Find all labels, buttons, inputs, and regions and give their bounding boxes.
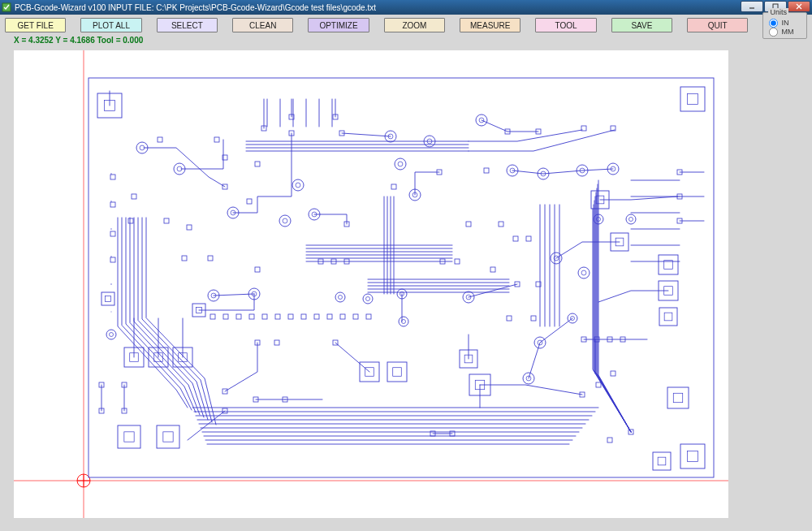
svg-rect-18 bbox=[687, 93, 698, 104]
units-in-radio[interactable] bbox=[769, 18, 778, 27]
svg-rect-23 bbox=[653, 452, 671, 470]
svg-rect-13 bbox=[118, 425, 140, 448]
svg-rect-63 bbox=[340, 314, 345, 319]
svg-rect-97 bbox=[110, 231, 115, 236]
svg-rect-114 bbox=[274, 340, 279, 345]
svg-rect-82 bbox=[391, 184, 396, 189]
svg-rect-15 bbox=[157, 425, 179, 448]
units-in-label: IN bbox=[781, 19, 788, 28]
svg-rect-94 bbox=[132, 194, 136, 199]
svg-rect-16 bbox=[163, 432, 173, 442]
svg-point-173 bbox=[578, 267, 590, 278]
svg-rect-91 bbox=[182, 256, 187, 261]
svg-rect-106 bbox=[490, 267, 495, 272]
svg-rect-57 bbox=[262, 314, 267, 319]
measure-button[interactable]: MEASURE bbox=[460, 18, 520, 32]
svg-rect-56 bbox=[249, 314, 254, 319]
svg-rect-117 bbox=[596, 382, 601, 387]
svg-point-192 bbox=[365, 296, 369, 300]
svg-point-188 bbox=[628, 217, 633, 221]
svg-rect-59 bbox=[288, 314, 293, 319]
svg-rect-103 bbox=[255, 267, 260, 272]
svg-rect-19 bbox=[680, 444, 705, 468]
svg-point-184 bbox=[109, 332, 113, 336]
svg-rect-107 bbox=[513, 236, 518, 241]
svg-point-149 bbox=[395, 158, 406, 170]
toolbar: GET FILE PLOT ALL SELECT CLEAN OPTIMIZE … bbox=[0, 15, 812, 34]
svg-point-141 bbox=[279, 215, 291, 227]
select-button[interactable]: SELECT bbox=[157, 18, 218, 32]
minimize-button[interactable] bbox=[741, 1, 763, 12]
svg-rect-84 bbox=[484, 168, 489, 173]
svg-rect-62 bbox=[327, 314, 332, 319]
svg-rect-42 bbox=[393, 368, 402, 377]
status-line: X = 4.3252 Y = 4.1686 Tool = 0.000 bbox=[0, 34, 812, 47]
clean-button[interactable]: CLEAN bbox=[232, 18, 293, 32]
svg-rect-111 bbox=[507, 316, 512, 321]
svg-rect-30 bbox=[664, 313, 672, 321]
titlebar: PCB-Gcode-Wizard v100 INPUT FILE: C:\PK … bbox=[0, 0, 812, 15]
svg-point-187 bbox=[626, 214, 636, 224]
units-mm-row[interactable]: MM bbox=[768, 28, 801, 37]
svg-rect-95 bbox=[110, 175, 115, 179]
svg-point-145 bbox=[292, 179, 304, 191]
svg-rect-118 bbox=[611, 371, 615, 376]
zoom-button[interactable]: ZOOM bbox=[384, 18, 445, 32]
units-mm-radio[interactable] bbox=[769, 27, 778, 36]
plot-canvas[interactable] bbox=[14, 50, 728, 518]
tool-button[interactable]: TOOL bbox=[535, 18, 596, 32]
units-mm-label: MM bbox=[781, 28, 793, 37]
svg-rect-58 bbox=[275, 314, 280, 319]
svg-rect-22 bbox=[673, 393, 682, 402]
svg-rect-41 bbox=[387, 362, 407, 382]
svg-rect-10 bbox=[89, 78, 714, 477]
close-button[interactable] bbox=[788, 1, 810, 12]
svg-point-191 bbox=[363, 294, 373, 304]
save-button[interactable]: SAVE bbox=[611, 18, 672, 32]
units-legend: Units bbox=[768, 8, 788, 16]
svg-point-174 bbox=[581, 270, 586, 275]
svg-point-190 bbox=[338, 295, 342, 299]
title-text: PCB-Gcode-Wizard v100 INPUT FILE: C:\PK … bbox=[15, 3, 740, 12]
svg-rect-123 bbox=[607, 438, 612, 442]
svg-point-189 bbox=[335, 292, 345, 302]
svg-rect-90 bbox=[187, 225, 192, 230]
svg-rect-133 bbox=[466, 222, 471, 227]
get-file-button[interactable]: GET FILE bbox=[5, 18, 66, 32]
units-group: Units IN MM bbox=[762, 12, 807, 39]
svg-rect-71 bbox=[214, 137, 219, 142]
svg-rect-54 bbox=[223, 314, 228, 319]
svg-rect-64 bbox=[353, 314, 358, 319]
plot-all-button[interactable]: PLOT ALL bbox=[80, 18, 141, 32]
svg-rect-98 bbox=[110, 257, 115, 262]
svg-rect-134 bbox=[499, 222, 503, 227]
svg-rect-108 bbox=[526, 236, 531, 241]
svg-point-183 bbox=[106, 330, 116, 339]
svg-rect-61 bbox=[314, 314, 319, 319]
svg-rect-70 bbox=[158, 137, 162, 142]
svg-rect-112 bbox=[531, 316, 536, 321]
svg-rect-53 bbox=[210, 314, 215, 319]
units-in-row[interactable]: IN bbox=[768, 19, 801, 28]
optimize-button[interactable]: OPTIMIZE bbox=[308, 18, 369, 32]
svg-rect-24 bbox=[658, 457, 666, 465]
svg-rect-21 bbox=[667, 387, 689, 408]
app-icon bbox=[2, 2, 11, 12]
svg-point-146 bbox=[296, 183, 300, 188]
svg-rect-49 bbox=[102, 292, 114, 305]
svg-rect-105 bbox=[455, 259, 460, 264]
quit-button[interactable]: QUIT bbox=[687, 18, 748, 32]
svg-rect-60 bbox=[301, 314, 306, 319]
svg-rect-80 bbox=[247, 199, 252, 204]
svg-rect-20 bbox=[687, 451, 698, 461]
svg-rect-29 bbox=[659, 308, 677, 326]
svg-rect-25 bbox=[659, 255, 678, 274]
svg-point-181 bbox=[399, 317, 408, 326]
svg-rect-65 bbox=[366, 314, 371, 319]
svg-rect-17 bbox=[680, 87, 705, 111]
svg-point-150 bbox=[398, 162, 403, 166]
svg-rect-89 bbox=[164, 218, 169, 223]
svg-rect-55 bbox=[236, 314, 241, 319]
svg-rect-50 bbox=[105, 296, 110, 301]
status-text: X = 4.3252 Y = 4.1686 Tool = 0.000 bbox=[14, 36, 143, 45]
